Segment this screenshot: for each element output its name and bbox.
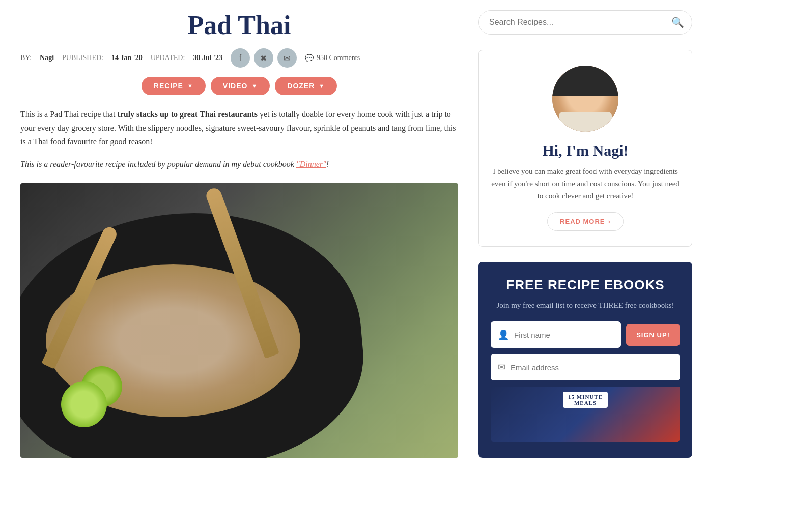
person-icon: 👤: [498, 329, 509, 340]
email-card-subtitle: Join my free email list to receive THREE…: [491, 299, 680, 311]
first-name-input[interactable]: [514, 331, 614, 339]
author-card: Hi, I'm Nagi! I believe you can make gre…: [478, 50, 692, 247]
book-label-line1: 15 MINUTE: [568, 394, 603, 400]
author-title: Hi, I'm Nagi!: [489, 142, 682, 159]
dozer-tab-label: DOZER: [287, 82, 315, 90]
email-card-title: FREE RECIPE EBOOKS: [491, 277, 680, 293]
intro-text-before: This is a Pad Thai recipe that: [20, 110, 117, 119]
reader-fav-text: This is a reader-favourite recipe includ…: [20, 157, 458, 171]
name-row: 👤 SIGN UP!: [491, 321, 680, 348]
by-label: BY:: [20, 54, 32, 62]
search-icon[interactable]: 🔍: [671, 16, 684, 28]
avatar-body: [559, 112, 612, 132]
first-name-input-wrap: 👤: [491, 321, 621, 348]
reader-fav-before: This is a reader-favourite recipe includ…: [20, 160, 296, 168]
author-bio: I believe you can make great food with e…: [489, 165, 682, 202]
published-label: PUBLISHED:: [62, 54, 103, 62]
tab-row: RECIPE ▼ VIDEO ▼ DOZER ▼: [20, 77, 458, 95]
email-input[interactable]: [511, 363, 673, 372]
book-label: 15 MINUTE MEALS: [563, 392, 608, 408]
reader-fav-after: !: [326, 160, 329, 168]
recipe-image: [20, 183, 458, 458]
comment-bubble-icon: 💬: [305, 54, 314, 63]
book-label-line2: MEALS: [568, 400, 603, 406]
comments-count: 950 Comments: [317, 54, 360, 62]
recipe-title: Pad Thai: [20, 10, 458, 40]
video-tab-chevron: ▼: [251, 83, 258, 89]
updated-date: 30 Jul '23: [193, 54, 222, 62]
recipe-tab-chevron: ▼: [187, 83, 193, 89]
read-more-button[interactable]: READ MORE ›: [547, 212, 624, 231]
pinterest-icon[interactable]: ✖: [254, 48, 273, 68]
video-tab-label: VIDEO: [223, 82, 248, 90]
signup-button[interactable]: SIGN UP!: [626, 324, 680, 346]
sidebar: 🔍 Hi, I'm Nagi! I believe you can make g…: [478, 10, 692, 473]
facebook-icon[interactable]: f: [231, 48, 250, 68]
read-more-label: READ MORE: [560, 218, 605, 225]
recipe-tab[interactable]: RECIPE ▼: [142, 77, 206, 95]
social-icons: f ✖ ✉: [231, 48, 297, 68]
email-signup-card: FREE RECIPE EBOOKS Join my free email li…: [478, 262, 692, 458]
comments-link[interactable]: 💬 950 Comments: [305, 54, 360, 63]
search-input[interactable]: [478, 10, 692, 35]
email-input-wrap: ✉: [491, 354, 680, 380]
video-tab[interactable]: VIDEO ▼: [211, 77, 270, 95]
read-more-chevron-icon: ›: [608, 218, 611, 225]
recipe-tab-label: RECIPE: [154, 82, 183, 90]
published-date: 14 Jan '20: [111, 54, 143, 62]
intro-text: This is a Pad Thai recipe that truly sta…: [20, 107, 458, 149]
author-name: Nagi: [40, 54, 54, 62]
search-box: 🔍: [478, 10, 692, 35]
email-share-icon[interactable]: ✉: [277, 48, 297, 68]
mail-icon: ✉: [498, 362, 505, 373]
avatar-hair: [552, 66, 618, 96]
updated-label: UPDATED:: [151, 54, 185, 62]
book-preview: 15 MINUTE MEALS: [491, 387, 680, 442]
avatar-face: [552, 66, 618, 132]
intro-text-bold: truly stacks up to great Thai restaurant…: [117, 110, 258, 119]
meta-row: BY: Nagi PUBLISHED: 14 Jan '20 UPDATED: …: [20, 48, 458, 68]
avatar: [552, 66, 618, 132]
dozer-tab[interactable]: DOZER ▼: [275, 77, 337, 95]
dinner-link[interactable]: "Dinner": [296, 160, 326, 168]
main-content: Pad Thai BY: Nagi PUBLISHED: 14 Jan '20 …: [20, 10, 458, 473]
dozer-tab-chevron: ▼: [319, 83, 325, 89]
